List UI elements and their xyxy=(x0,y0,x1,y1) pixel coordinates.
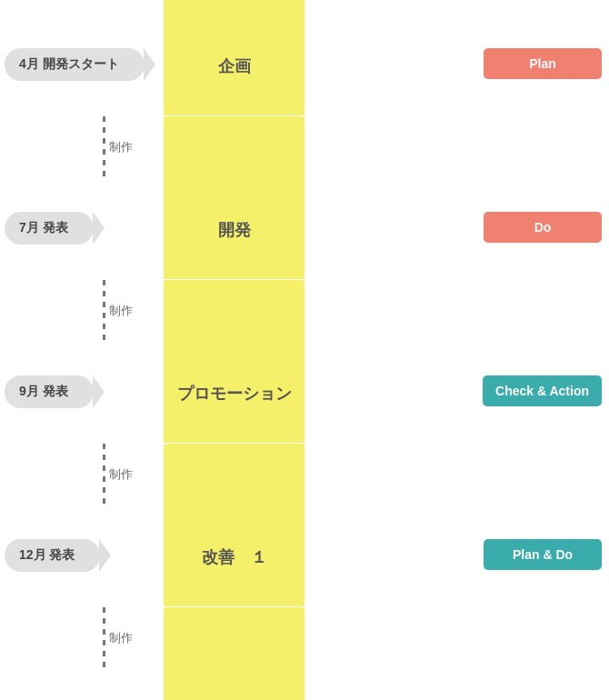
chevron-block-1: 企画 xyxy=(164,16,304,116)
milestone-pill-3: 9月 発表 xyxy=(5,375,94,408)
chevron-block-4: 改善 １ xyxy=(164,507,304,607)
milestone-pill-2: 7月 発表 xyxy=(5,212,94,245)
chevron-tip-4 xyxy=(164,607,304,627)
connector-yellow-3 xyxy=(164,464,304,507)
milestone-pill-1: 4月 開発スタート xyxy=(5,48,145,81)
connector-yellow-4 xyxy=(164,627,304,671)
seisaku-label-1: 制作 xyxy=(109,139,133,155)
right-tag-3: Check & Action xyxy=(483,375,602,406)
diagram: 企画4月 開発スタートPlan制作開発7月 発表Do制作プロモーション9月 発表… xyxy=(0,0,609,700)
right-tag-2: Do xyxy=(484,212,602,243)
main-layout: 企画4月 開発スタートPlan制作開発7月 発表Do制作プロモーション9月 発表… xyxy=(0,0,609,700)
dashed-line-4 xyxy=(103,607,105,671)
center-label-4: 改善 １ xyxy=(202,546,267,568)
right-tag-1: Plan xyxy=(484,48,602,79)
chevron-tip-1 xyxy=(164,116,304,136)
chevron-block-5: 改善 ２ xyxy=(164,671,304,700)
dashed-line-2 xyxy=(103,280,105,344)
seisaku-label-3: 制作 xyxy=(109,466,133,483)
pill-arrow-3 xyxy=(93,375,105,408)
chevron-tip-3 xyxy=(164,444,304,464)
pill-arrow-1 xyxy=(144,48,155,81)
connector-yellow-1 xyxy=(164,136,304,180)
seisaku-label-2: 制作 xyxy=(109,303,133,319)
chevron-block-2: 開発 xyxy=(164,180,304,280)
chevron-tip-2 xyxy=(164,280,304,300)
center-label-1: 企画 xyxy=(218,55,251,77)
connector-yellow-2 xyxy=(164,300,304,344)
seisaku-label-4: 制作 xyxy=(109,630,133,646)
center-label-2: 開発 xyxy=(218,219,251,241)
center-label-3: プロモーション xyxy=(177,383,292,405)
right-tag-4: Plan & Do xyxy=(484,539,602,570)
dashed-line-1 xyxy=(103,116,105,180)
milestone-pill-4: 12月 発表 xyxy=(5,539,100,572)
chevron-block-3: プロモーション xyxy=(164,344,304,444)
pill-arrow-4 xyxy=(99,539,111,572)
pill-arrow-2 xyxy=(93,212,105,245)
dashed-line-3 xyxy=(103,444,105,507)
